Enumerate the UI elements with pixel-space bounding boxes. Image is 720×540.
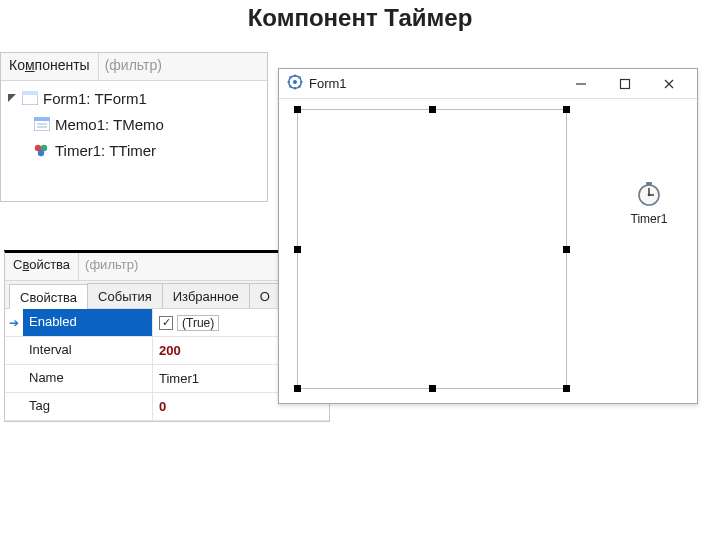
resize-handle[interactable] — [294, 246, 301, 253]
form-designer-window: Form1 — [278, 68, 698, 404]
prop-name: Interval — [23, 337, 153, 364]
timer-component[interactable]: Timer1 — [619, 179, 679, 226]
components-panel: Компоненты (фильтр) Form1: TForm1 Memo1:… — [0, 52, 268, 202]
components-filter-input[interactable]: (фильтр) — [99, 53, 267, 80]
slide-title: Компонент Таймер — [0, 4, 720, 32]
window-titlebar[interactable]: Form1 — [279, 69, 697, 99]
form-icon — [21, 89, 39, 107]
memo-selection-frame[interactable] — [297, 109, 567, 389]
resize-handle[interactable] — [294, 385, 301, 392]
resize-handle[interactable] — [294, 106, 301, 113]
tab-events[interactable]: События — [87, 283, 163, 308]
timer-tree-icon — [33, 141, 51, 159]
prop-value-text: (True) — [177, 315, 219, 331]
resize-handle[interactable] — [563, 246, 570, 253]
properties-header-label: Свойства — [5, 253, 79, 280]
window-title: Form1 — [287, 74, 559, 93]
svg-rect-25 — [646, 182, 652, 185]
resize-handle[interactable] — [563, 385, 570, 392]
app-gear-icon — [287, 74, 303, 93]
prop-name: Name — [23, 365, 153, 392]
close-button[interactable] — [647, 70, 691, 98]
tab-favorites[interactable]: Избранное — [162, 283, 250, 308]
tree-item-timer[interactable]: Timer1: TTimer — [7, 137, 263, 163]
timer-label: Timer1 — [619, 212, 679, 226]
maximize-button[interactable] — [603, 70, 647, 98]
svg-point-9 — [38, 150, 44, 156]
checkbox-icon[interactable]: ✓ — [159, 316, 173, 330]
svg-rect-4 — [34, 117, 50, 121]
resize-handle[interactable] — [429, 385, 436, 392]
prop-name: Enabled — [23, 309, 153, 336]
resize-handle[interactable] — [429, 106, 436, 113]
components-header: Компоненты (фильтр) — [1, 53, 267, 81]
svg-rect-2 — [22, 91, 38, 95]
svg-rect-21 — [621, 79, 630, 88]
form-client-area[interactable]: Timer1 — [279, 99, 697, 403]
components-header-label: Компоненты — [1, 53, 99, 80]
tree-item-label: Memo1: TMemo — [55, 116, 164, 133]
svg-marker-0 — [8, 94, 16, 102]
window-buttons — [559, 70, 691, 98]
row-indicator-icon: ➔ — [5, 309, 23, 336]
tree-item-label: Form1: TForm1 — [43, 90, 147, 107]
components-tree: Form1: TForm1 Memo1: TMemo Timer1: TTime… — [1, 81, 267, 167]
tree-caret-icon[interactable] — [7, 93, 17, 103]
memo-icon — [33, 115, 51, 133]
tab-properties[interactable]: Свойства — [9, 284, 88, 309]
tree-item-label: Timer1: TTimer — [55, 142, 156, 159]
svg-point-19 — [293, 80, 297, 84]
minimize-button[interactable] — [559, 70, 603, 98]
clock-icon — [634, 179, 664, 209]
svg-point-28 — [648, 194, 651, 197]
prop-name: Tag — [23, 393, 153, 420]
resize-handle[interactable] — [563, 106, 570, 113]
tree-item-form[interactable]: Form1: TForm1 — [7, 85, 263, 111]
tab-other[interactable]: О — [249, 283, 281, 308]
tree-item-memo[interactable]: Memo1: TMemo — [7, 111, 263, 137]
